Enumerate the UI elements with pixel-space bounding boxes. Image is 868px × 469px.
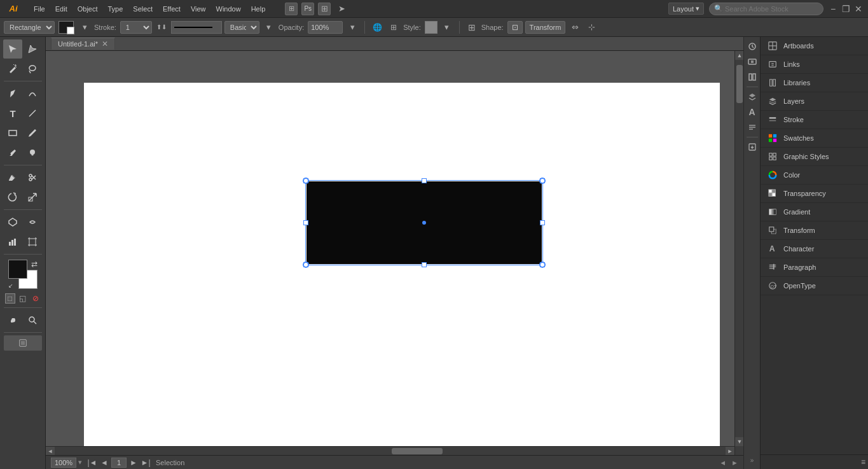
scroll-up-button[interactable]: ▲ — [735, 51, 743, 60]
style-swatch[interactable] — [425, 21, 437, 34]
vertical-scrollbar[interactable]: ▲ ▼ — [734, 51, 743, 455]
panel-item-transparency[interactable]: Transparency — [761, 185, 868, 203]
panel-item-layers[interactable]: Layers — [761, 92, 868, 111]
panel-item-links[interactable]: Links — [761, 55, 868, 74]
ps-icon[interactable]: Ps — [301, 3, 314, 15]
hand-tool[interactable] — [3, 311, 22, 330]
selected-rectangle[interactable] — [307, 181, 542, 264]
menu-object[interactable]: Object — [73, 4, 102, 14]
style-arrow-icon[interactable]: ▾ — [440, 21, 454, 34]
opacity-input[interactable] — [308, 21, 343, 34]
share-icon[interactable]: ➤ — [334, 3, 348, 15]
menu-type[interactable]: Type — [104, 4, 128, 14]
close-button[interactable]: ✕ — [854, 4, 863, 13]
panel-item-character[interactable]: A Character — [761, 240, 868, 258]
panel-item-swatches[interactable]: Swatches — [761, 129, 868, 148]
selection-tool[interactable] — [3, 39, 22, 59]
panel-item-gradient[interactable]: Gradient — [761, 203, 868, 221]
tool-select[interactable]: Rectangle — [4, 21, 55, 34]
color-display[interactable]: ⇄ ↙ — [8, 260, 38, 289]
first-page-button[interactable]: |◄ — [87, 458, 97, 468]
direct-selection-tool[interactable] — [23, 39, 42, 59]
zoom-dropdown[interactable]: ▾ — [78, 458, 82, 466]
panel-item-graphic-styles[interactable]: Graphic Styles — [761, 148, 868, 166]
shape-btn[interactable]: ⊡ — [507, 21, 523, 34]
reorder-icon[interactable]: ⊞ — [465, 21, 479, 34]
rectangle-tool[interactable] — [3, 123, 22, 143]
tab-close-button[interactable]: ✕ — [102, 39, 108, 48]
artboard-nav-left[interactable]: ◄ — [719, 459, 726, 466]
menu-window[interactable]: Window — [212, 4, 245, 14]
global-edit-icon[interactable]: 🌐 — [370, 21, 384, 34]
stroke-arrows-icon[interactable]: ⬆⬇ — [155, 21, 169, 34]
bar-graph-tool[interactable] — [3, 232, 22, 251]
eraser-tool[interactable] — [3, 168, 22, 187]
scissors-tool[interactable] — [23, 168, 42, 187]
shaper-tool[interactable] — [3, 213, 22, 232]
warp-tool[interactable] — [23, 213, 42, 232]
scroll-right-button[interactable]: ► — [726, 447, 734, 455]
export-strip-btn[interactable] — [745, 140, 759, 154]
none-btn[interactable]: ⊘ — [31, 293, 41, 304]
paragraph-strip-btn[interactable] — [745, 120, 759, 134]
reset-colors-button[interactable]: ↙ — [8, 283, 13, 289]
fill-swatch[interactable] — [59, 21, 74, 34]
panel-item-transform[interactable]: Transform — [761, 221, 868, 240]
document-tab[interactable]: Untitled-1.ai* ✕ — [51, 38, 115, 50]
fill-icon[interactable]: ▾ — [78, 21, 92, 34]
restore-button[interactable]: ❐ — [841, 4, 850, 13]
paintbrush-tool[interactable] — [3, 143, 22, 162]
blob-brush-tool[interactable] — [23, 143, 42, 162]
layers-strip-btn[interactable] — [745, 90, 759, 104]
artboard-tool[interactable] — [23, 232, 42, 251]
panel-item-artboards[interactable]: Artboards — [761, 37, 868, 55]
arrange-icon[interactable]: ⊞ — [285, 3, 298, 15]
stroke-profile-icon[interactable]: ▾ — [262, 21, 276, 34]
panel-item-libraries[interactable]: Libraries — [761, 74, 868, 92]
transform-btn[interactable]: Transform — [525, 21, 566, 34]
vertical-scrollbar-thumb[interactable] — [736, 65, 743, 103]
scale-tool[interactable] — [23, 188, 42, 207]
panel-menu-button[interactable]: ≡ — [861, 458, 865, 466]
type-tool[interactable]: T — [3, 104, 22, 123]
panel-item-stroke[interactable]: Stroke — [761, 111, 868, 129]
menu-view[interactable]: View — [186, 4, 210, 14]
stroke-preview[interactable] — [171, 21, 222, 34]
horizontal-scrollbar[interactable]: ◄ ► — [46, 446, 734, 455]
stroke-weight-select[interactable]: 1 2 — [120, 21, 152, 34]
scroll-down-button[interactable]: ▼ — [735, 437, 743, 446]
menu-edit[interactable]: Edit — [51, 4, 72, 14]
page-number-input[interactable] — [111, 458, 127, 468]
scroll-left-button[interactable]: ◄ — [46, 447, 55, 455]
opacity-arrow-icon[interactable]: ▾ — [345, 21, 359, 34]
artboard-nav-right[interactable]: ► — [731, 459, 738, 466]
pencil-tool[interactable] — [23, 123, 42, 143]
gradient-btn[interactable]: ◱ — [18, 293, 28, 304]
minimize-button[interactable]: − — [829, 4, 837, 13]
swap-colors-button[interactable]: ⇄ — [31, 260, 38, 269]
character-strip-btn[interactable]: A — [745, 105, 759, 119]
rotate-tool[interactable] — [3, 188, 22, 207]
panel-item-paragraph[interactable]: Paragraph — [761, 258, 868, 277]
libraries-strip-btn[interactable] — [745, 70, 759, 84]
menu-select[interactable]: Select — [128, 4, 157, 14]
menu-help[interactable]: Help — [247, 4, 270, 14]
next-page-button[interactable]: ► — [128, 458, 139, 468]
magic-wand-tool[interactable] — [3, 59, 22, 78]
stroke-profile-select[interactable]: Basic — [224, 21, 259, 34]
align-icon[interactable]: ⊞ — [387, 21, 401, 34]
panel-item-color[interactable]: Color — [761, 166, 868, 185]
canvas-scroll-area[interactable]: ▲ ▼ ◄ ► — [46, 51, 743, 455]
warp-icon[interactable]: ⇔ — [568, 21, 582, 34]
zoom-tool[interactable] — [23, 311, 42, 330]
curvature-tool[interactable] — [23, 84, 42, 103]
links-strip-btn[interactable] — [745, 55, 759, 69]
line-segment-tool[interactable] — [23, 104, 42, 123]
prev-page-button[interactable]: ◄ — [99, 458, 109, 468]
collapse-panel-btn[interactable]: » — [750, 457, 754, 464]
search-input[interactable] — [709, 3, 823, 15]
zoom-input[interactable] — [51, 458, 76, 468]
grid-icon[interactable]: ⊞ — [318, 3, 331, 15]
menu-file[interactable]: File — [29, 4, 50, 14]
pen-tool[interactable] — [3, 84, 22, 103]
